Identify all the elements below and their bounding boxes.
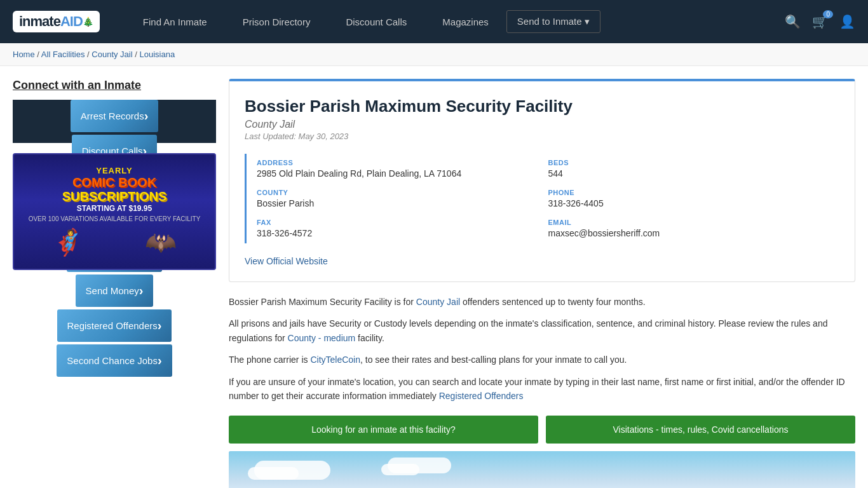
phone-section: PHONE 318-326-4405 [548, 184, 840, 214]
ad-yearly: YEARLY [96, 166, 133, 175]
breadcrumb-louisiana[interactable]: Louisiana [139, 50, 175, 59]
county-value: Bossier Parish [257, 198, 548, 208]
phone-label: PHONE [548, 189, 840, 196]
description-para1: Bossier Parish Maximum Security Facility… [229, 295, 855, 309]
ad-price: STARTING AT $19.95 [77, 204, 152, 213]
address-value: 2985 Old Plain Dealing Rd, Plain Dealing… [257, 168, 548, 179]
navigation: inmateAID 🎄 Find An Inmate Prison Direct… [0, 0, 868, 43]
beds-value: 544 [548, 168, 840, 179]
fax-label: FAX [257, 219, 548, 226]
nav-links: Find An Inmate Prison Directory Discount… [125, 0, 785, 43]
visitations-button[interactable]: Visitations - times, rules, Covid cancel… [546, 416, 855, 444]
looking-inmate-button[interactable]: Looking for an inmate at this facility? [229, 416, 538, 444]
phone-value: 318-326-4405 [548, 198, 840, 208]
beds-label: BEDS [548, 159, 840, 166]
breadcrumb-home[interactable]: Home [13, 50, 35, 59]
arrow-icon-send-money: › [139, 283, 144, 298]
main-container: Connect with an Inmate Arrest Records › … [0, 66, 868, 488]
sidebar-label-arrest-records: Arrest Records [81, 111, 144, 121]
action-buttons: Looking for an inmate at this facility? … [229, 416, 855, 444]
county-label: COUNTY [257, 189, 548, 196]
facility-type: County Jail [245, 119, 839, 130]
address-label: ADDRESS [257, 159, 548, 166]
sidebar: Connect with an Inmate Arrest Records › … [13, 79, 216, 488]
sidebar-connect-title: Connect with an Inmate [13, 79, 216, 92]
sidebar-menu: Arrest Records › Discount Calls › Send L… [13, 100, 216, 143]
sidebar-item-registered-offenders[interactable]: Registered Offenders › [57, 309, 172, 342]
breadcrumb-county-jail[interactable]: County Jail [92, 50, 132, 59]
county-section: COUNTY Bossier Parish [257, 184, 548, 214]
sky-background [229, 451, 855, 488]
description-para3: The phone carrier is CityTeleCoin, to se… [229, 353, 855, 367]
arrow-icon-second-chance-jobs: › [158, 353, 162, 368]
user-button[interactable]: 👤 [839, 14, 855, 29]
description-para4: If you are unsure of your inmate's locat… [229, 375, 855, 403]
facility-photo-strip [229, 451, 855, 488]
official-website-link[interactable]: View Official Website [245, 256, 328, 266]
ad-variations: OVER 100 VARIATIONS AVAILABLE FOR EVERY … [29, 215, 201, 222]
main-content: Bossier Parish Maximum Security Facility… [229, 79, 855, 488]
nav-send-to-inmate[interactable]: Send to Inmate ▾ [506, 10, 600, 33]
breadcrumb-all-facilities[interactable]: All Facilities [41, 50, 85, 59]
search-button[interactable]: 🔍 [785, 14, 801, 29]
logo-text: inmateAID [19, 13, 83, 30]
ad-heroes: 🦸 🦇 [22, 227, 207, 257]
nav-magazines[interactable]: Magazines [424, 0, 506, 43]
sidebar-item-second-chance-jobs[interactable]: Second Chance Jobs › [57, 344, 172, 377]
breadcrumb: Home / All Facilities / County Jail / Lo… [0, 43, 868, 66]
nav-icons: 🔍 🛒 0 👤 [785, 14, 855, 29]
email-label: EMAIL [548, 219, 840, 226]
sidebar-ad[interactable]: YEARLY COMIC BOOK SUBSCRIPTIONS STARTING… [13, 153, 216, 270]
cart-button[interactable]: 🛒 0 [812, 14, 828, 29]
ad-book: SUBSCRIPTIONS [62, 189, 166, 204]
sidebar-item-arrest-records[interactable]: Arrest Records › [71, 100, 159, 132]
email-section: EMAIL maxsec@bossiersheriff.com [548, 214, 840, 243]
sidebar-label-send-money: Send Money [86, 285, 139, 296]
registered-offenders-link[interactable]: Registered Offenders [439, 391, 524, 401]
facility-details: ADDRESS 2985 Old Plain Dealing Rd, Plain… [245, 154, 839, 243]
facility-card: Bossier Parish Maximum Security Facility… [229, 79, 855, 282]
sidebar-label-second-chance-jobs: Second Chance Jobs [67, 355, 158, 366]
county-medium-link[interactable]: County - medium [288, 333, 356, 343]
fax-value: 318-326-4572 [257, 228, 548, 238]
arrow-icon-registered-offenders: › [158, 318, 162, 333]
nav-discount-calls[interactable]: Discount Calls [328, 0, 424, 43]
ad-comic: COMIC BOOK [72, 175, 156, 189]
cloud-4 [381, 464, 419, 475]
superhero-2-icon: 🦇 [145, 227, 177, 257]
beds-section: BEDS 544 [548, 154, 840, 184]
cloud-2 [248, 467, 299, 480]
sidebar-item-send-money[interactable]: Send Money › [76, 274, 154, 307]
address-section: ADDRESS 2985 Old Plain Dealing Rd, Plain… [257, 154, 548, 184]
logo-hat: 🎄 [83, 17, 93, 27]
logo-aid: AID [60, 13, 83, 29]
superhero-1-icon: 🦸 [52, 227, 84, 257]
sidebar-label-registered-offenders: Registered Offenders [67, 320, 158, 331]
logo[interactable]: inmateAID 🎄 [13, 11, 100, 32]
arrow-icon-arrest-records: › [144, 109, 149, 123]
email-value: maxsec@bossiersheriff.com [548, 228, 840, 238]
citytelecoin-link[interactable]: CityTeleCoin [310, 355, 360, 365]
county-jail-link[interactable]: County Jail [416, 297, 460, 307]
cart-badge: 0 [823, 10, 833, 18]
nav-prison-directory[interactable]: Prison Directory [225, 0, 329, 43]
description-para2: All prisons and jails have Security or C… [229, 316, 855, 345]
facility-updated: Last Updated: May 30, 2023 [245, 132, 839, 141]
fax-section: FAX 318-326-4572 [257, 214, 548, 243]
nav-find-inmate[interactable]: Find An Inmate [125, 0, 225, 43]
facility-name: Bossier Parish Maximum Security Facility [245, 97, 839, 116]
